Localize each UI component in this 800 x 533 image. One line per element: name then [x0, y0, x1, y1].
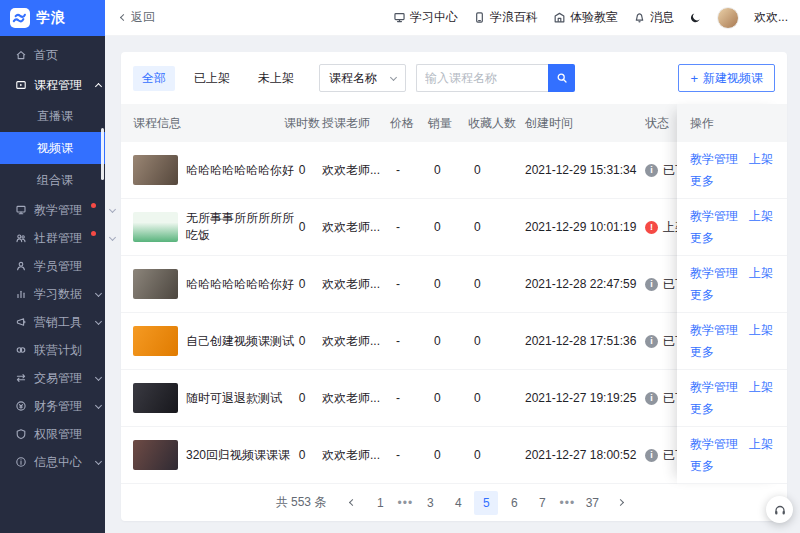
sales-count: 0 — [428, 220, 468, 234]
price: - — [390, 163, 428, 177]
chevron-down-icon — [95, 457, 102, 464]
sidebar-item-course-management[interactable]: 课程管理 — [0, 70, 105, 100]
chevron-down-icon — [95, 401, 102, 408]
page-button[interactable]: 1 — [368, 491, 392, 515]
lessons-count: 0 — [282, 391, 322, 405]
sidebar-item-learning-data[interactable]: 学习数据 — [0, 280, 105, 308]
lessons-count: 0 — [282, 220, 322, 234]
course-thumbnail — [133, 440, 178, 470]
favorites-count: 0 — [468, 334, 525, 348]
sidebar-subitem-live-course[interactable]: 直播课 — [0, 100, 105, 132]
tab-all[interactable]: 全部 — [133, 66, 175, 91]
menu-item-experience-classroom[interactable]: 体验教室 — [553, 9, 618, 26]
more-action-link[interactable]: 更多 — [690, 401, 714, 418]
tab-unlisted[interactable]: 未上架 — [249, 66, 303, 91]
course-thumbnail — [133, 269, 178, 299]
tab-listed[interactable]: 已上架 — [185, 66, 239, 91]
menu-item-wiki[interactable]: 学浪百科 — [473, 9, 538, 26]
status-info-icon: i — [645, 392, 658, 405]
sidebar-item-info-center[interactable]: 信息中心 — [0, 448, 105, 476]
chevron-left-icon — [349, 499, 356, 506]
more-action-link[interactable]: 更多 — [690, 230, 714, 247]
sidebar-item-teaching-management[interactable]: 教学管理 — [0, 196, 105, 224]
finance-icon — [15, 400, 27, 412]
manage-action-link[interactable]: 教学管理 — [690, 436, 738, 453]
header-course-info: 课程信息 — [133, 115, 282, 132]
sidebar-item-student-management[interactable]: 学员管理 — [0, 252, 105, 280]
status-info-icon: i — [645, 335, 658, 348]
main-content: 全部 已上架 未上架 课程名称 + 新建视频课 课程信息 课时数 授课老师 — [105, 36, 800, 533]
data-icon — [15, 288, 27, 300]
created-time: 2021-12-27 19:19:25 — [525, 391, 645, 405]
more-action-link[interactable]: 更多 — [690, 458, 714, 475]
dark-mode-toggle[interactable] — [689, 11, 702, 24]
teacher-name: 欢欢老师... — [322, 162, 390, 179]
sidebar-item-marketing-tools[interactable]: 营销工具 — [0, 308, 105, 336]
search-button[interactable] — [548, 64, 575, 92]
menu-item-learning-center[interactable]: 学习中心 — [393, 9, 458, 26]
create-video-course-button[interactable]: + 新建视频课 — [678, 64, 775, 92]
partner-icon — [15, 344, 27, 356]
info-icon — [15, 456, 27, 468]
page-button[interactable]: 4 — [446, 491, 470, 515]
sidebar-item-finance-management[interactable]: 财务管理 — [0, 392, 105, 420]
customer-service-button[interactable] — [766, 496, 793, 523]
course-info-cell: 随时可退退款测试 — [133, 383, 282, 413]
sidebar: 学浪 首页 课程管理 直播课 视频课 组合课 教学管理 社群管理 — [0, 0, 105, 533]
page-button[interactable]: 6 — [502, 491, 526, 515]
manage-action-link[interactable]: 教学管理 — [690, 322, 738, 339]
course-info-cell: 自己创建视频课测试 — [133, 326, 282, 356]
course-info-cell: 哈哈哈哈哈哈哈你好 — [133, 269, 282, 299]
created-time: 2021-12-28 22:47:59 — [525, 277, 645, 291]
sidebar-item-trade-management[interactable]: 交易管理 — [0, 364, 105, 392]
header-lessons: 课时数 — [282, 115, 322, 132]
created-time: 2021-12-28 17:51:36 — [525, 334, 645, 348]
search-input[interactable] — [416, 64, 548, 92]
more-action-link[interactable]: 更多 — [690, 344, 714, 361]
publish-action-link[interactable]: 上架 — [749, 151, 773, 168]
page-button[interactable]: 37 — [580, 491, 604, 515]
sidebar-scrollbar[interactable] — [101, 128, 104, 180]
home-icon — [15, 49, 27, 61]
menu-item-messages[interactable]: 消息 — [633, 9, 674, 26]
sidebar-item-partner-plan[interactable]: 联营计划 — [0, 336, 105, 364]
manage-action-link[interactable]: 教学管理 — [690, 208, 738, 225]
publish-action-link[interactable]: 上架 — [749, 436, 773, 453]
manage-action-link[interactable]: 教学管理 — [690, 265, 738, 282]
sidebar-item-community-management[interactable]: 社群管理 — [0, 224, 105, 252]
publish-action-link[interactable]: 上架 — [749, 265, 773, 282]
prev-page-button[interactable] — [340, 491, 364, 515]
course-thumbnail — [133, 155, 178, 185]
page-button-current[interactable]: 5 — [474, 491, 498, 515]
manage-action-link[interactable]: 教学管理 — [690, 151, 738, 168]
next-page-button[interactable] — [608, 491, 632, 515]
page-button[interactable]: 3 — [418, 491, 442, 515]
more-action-link[interactable]: 更多 — [690, 173, 714, 190]
sidebar-item-permission-management[interactable]: 权限管理 — [0, 420, 105, 448]
sidebar-subitem-video-course[interactable]: 视频课 — [0, 132, 105, 164]
lessons-count: 0 — [282, 334, 322, 348]
avatar[interactable] — [717, 7, 739, 29]
publish-action-link[interactable]: 上架 — [749, 322, 773, 339]
username[interactable]: 欢欢... — [754, 9, 788, 26]
search-icon — [556, 72, 568, 84]
sidebar-item-home[interactable]: 首页 — [0, 40, 105, 70]
logo-bar[interactable]: 学浪 — [0, 0, 105, 36]
moon-icon — [689, 11, 702, 24]
price: - — [390, 391, 428, 405]
publish-action-link[interactable]: 上架 — [749, 379, 773, 396]
filter-select[interactable]: 课程名称 — [319, 64, 406, 92]
back-button[interactable]: 返回 — [121, 9, 155, 26]
status-info-icon: i — [645, 278, 658, 291]
chevron-down-icon — [95, 317, 102, 324]
page-button[interactable]: 7 — [530, 491, 554, 515]
trade-icon — [15, 372, 27, 384]
manage-action-link[interactable]: 教学管理 — [690, 379, 738, 396]
sales-count: 0 — [428, 334, 468, 348]
more-action-link[interactable]: 更多 — [690, 287, 714, 304]
students-icon — [15, 260, 27, 272]
course-info-cell: 无所事事所所所所所吃饭 — [133, 210, 282, 244]
brand-name: 学浪 — [36, 9, 66, 27]
publish-action-link[interactable]: 上架 — [749, 208, 773, 225]
sidebar-subitem-combo-course[interactable]: 组合课 — [0, 164, 105, 196]
